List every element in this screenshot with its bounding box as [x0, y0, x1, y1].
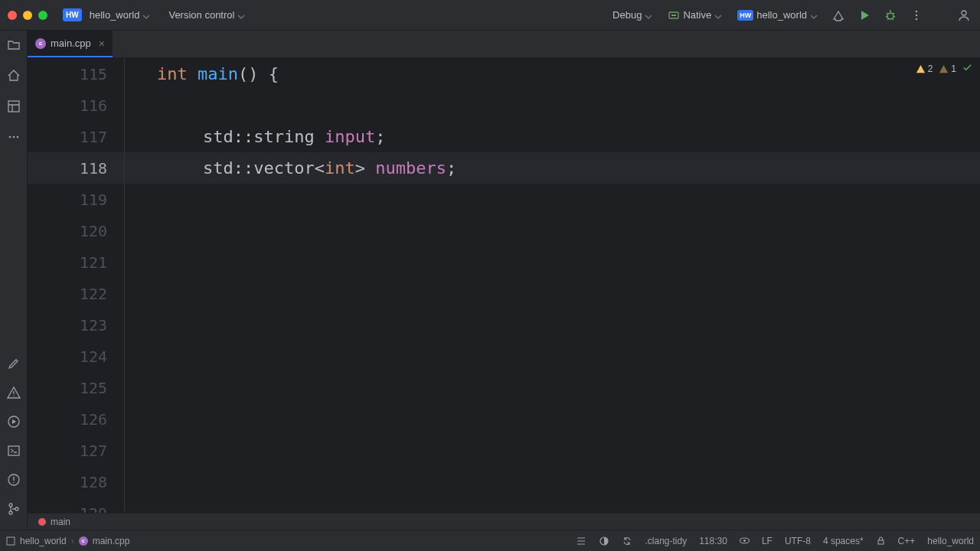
clang-tidy-status[interactable]: .clang-tidy	[645, 536, 687, 546]
sync-button[interactable]	[622, 536, 632, 546]
line-number[interactable]: 118	[28, 159, 124, 178]
code-line[interactable]: 127	[28, 435, 980, 466]
tab-main-cpp[interactable]: c main.cpp ×	[28, 31, 113, 57]
minimize-window-button[interactable]	[23, 11, 32, 20]
code-line[interactable]: 129	[28, 497, 980, 513]
services-tool-button[interactable]	[7, 415, 21, 429]
nav-breadcrumb[interactable]: hello_world › c main.cpp	[6, 536, 129, 546]
code-line[interactable]: 128	[28, 466, 980, 497]
project-tool-button[interactable]	[7, 38, 21, 52]
maximize-window-button[interactable]	[38, 11, 47, 20]
status-bar: hello_world › c main.cpp .clang-tidy 118…	[0, 530, 980, 551]
line-number[interactable]: 116	[28, 96, 124, 115]
file-encoding[interactable]: UTF-8	[785, 536, 811, 546]
ok-indicator	[962, 63, 972, 75]
line-number[interactable]: 115	[28, 65, 124, 83]
code-line[interactable]: 122	[28, 278, 980, 309]
line-number[interactable]: 129	[28, 504, 124, 514]
module-icon	[6, 536, 15, 546]
theme-toggle[interactable]	[599, 536, 609, 546]
weak-warning-count: 1	[951, 64, 956, 74]
line-number[interactable]: 121	[28, 253, 124, 272]
code-line[interactable]: 120	[28, 215, 980, 246]
code-line[interactable]: 116	[28, 90, 980, 121]
code-line[interactable]: 125	[28, 372, 980, 403]
svg-point-20	[743, 540, 746, 542]
vcs-tool-button[interactable]	[7, 502, 21, 516]
structure-tool-button[interactable]	[7, 99, 21, 113]
notifications-tool-button[interactable]	[7, 473, 21, 487]
line-number[interactable]: 126	[28, 410, 124, 429]
line-number[interactable]: 123	[28, 316, 124, 334]
line-number[interactable]: 120	[28, 222, 124, 240]
cmake-target[interactable]: hello_world	[927, 536, 974, 546]
chevron-down-icon	[810, 11, 818, 19]
debug-button[interactable]	[882, 7, 899, 24]
line-number[interactable]: 127	[28, 442, 124, 460]
close-window-button[interactable]	[8, 11, 17, 20]
terminal-tool-button[interactable]	[7, 444, 21, 458]
language-mode[interactable]: C++	[898, 536, 916, 546]
svg-rect-21	[878, 540, 884, 544]
code-content[interactable]: std::string input;	[125, 127, 385, 146]
code-line[interactable]: 123	[28, 309, 980, 341]
indent-settings[interactable]: 4 spaces*	[823, 536, 864, 546]
svg-point-14	[9, 504, 12, 507]
function-breadcrumb[interactable]: main	[28, 513, 980, 530]
version-control-label: Version control	[168, 9, 234, 21]
more-tools-button[interactable]	[7, 130, 21, 144]
code-line[interactable]: 121	[28, 246, 980, 278]
debug-label: Debug	[612, 9, 642, 21]
debug-config-selector[interactable]: Debug	[609, 6, 655, 24]
tab-label: main.cpp	[51, 37, 91, 49]
close-tab-button[interactable]: ×	[99, 37, 105, 50]
svg-point-15	[9, 511, 12, 514]
run-config-selector[interactable]: HW hello_world	[734, 6, 821, 24]
line-number[interactable]: 125	[28, 379, 124, 397]
account-button[interactable]	[956, 7, 972, 24]
lock-icon[interactable]	[876, 536, 886, 546]
code-line[interactable]: 117std::string input;	[28, 121, 980, 152]
weak-warning-indicator: 1	[939, 64, 956, 74]
code-line[interactable]: 124	[28, 341, 980, 372]
brush-tool-button[interactable]	[7, 357, 21, 370]
line-number[interactable]: 117	[28, 128, 124, 146]
target-icon	[668, 9, 680, 21]
version-control-menu[interactable]: Version control	[165, 6, 248, 24]
code-line[interactable]: 115int main() {	[28, 58, 980, 90]
window-controls	[8, 11, 47, 20]
chevron-down-icon	[142, 11, 150, 19]
caret-position[interactable]: 118:30	[699, 536, 727, 546]
bookmarks-tool-button[interactable]	[7, 69, 21, 83]
line-number[interactable]: 119	[28, 191, 124, 209]
problems-tool-button[interactable]	[7, 386, 21, 399]
code-editor[interactable]: 115int main() {116117std::string input;1…	[28, 58, 980, 513]
cpp-file-icon: c	[35, 38, 46, 49]
project-selector[interactable]: HW hello_world	[60, 5, 153, 24]
indent-guides-toggle[interactable]	[576, 536, 586, 546]
warning-count: 2	[928, 64, 933, 74]
run-config-icon: HW	[737, 10, 753, 21]
warning-indicator: 2	[916, 64, 933, 74]
code-content[interactable]: int main() {	[125, 64, 279, 83]
code-content[interactable]: std::vector<int> numbers;	[125, 158, 456, 178]
run-button[interactable]	[856, 7, 873, 24]
line-number[interactable]: 122	[28, 285, 124, 303]
svg-point-8	[8, 136, 11, 139]
native-selector[interactable]: Native	[665, 6, 725, 24]
code-line[interactable]: 118std::vector<int> numbers;	[28, 152, 980, 184]
chevron-right-icon: ›	[71, 536, 74, 546]
code-line[interactable]: 119	[28, 184, 980, 215]
build-button[interactable]	[830, 7, 847, 24]
more-actions-button[interactable]	[908, 7, 925, 24]
inspection-summary[interactable]: 2 1	[916, 63, 972, 75]
svg-rect-17	[7, 537, 15, 545]
code-line[interactable]: 126	[28, 403, 980, 435]
svg-rect-1	[671, 15, 676, 16]
project-name: hello_world	[90, 9, 140, 21]
svg-point-6	[962, 11, 966, 15]
line-number[interactable]: 124	[28, 347, 124, 366]
readonly-toggle[interactable]	[740, 536, 750, 546]
line-separator[interactable]: LF	[762, 536, 773, 546]
line-number[interactable]: 128	[28, 473, 124, 491]
